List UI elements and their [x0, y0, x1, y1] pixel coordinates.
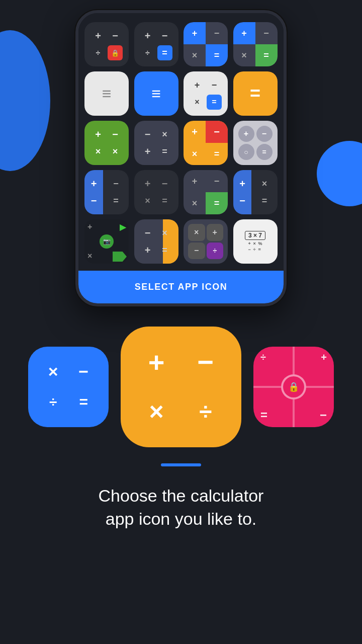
grid-icon-18[interactable]: − × + =	[134, 219, 178, 264]
grid-icon-10[interactable]: − × + =	[134, 121, 178, 165]
large-icon-orange[interactable]: + − × ÷	[121, 327, 241, 447]
page-indicator	[161, 463, 201, 466]
phone-screen: + − ÷ 🔒 + − ÷ =	[78, 13, 284, 268]
grid-icon-16[interactable]: + − × =	[233, 170, 278, 214]
select-btn-label: SELECT APP ICON	[135, 282, 228, 292]
phone-container: + − ÷ 🔒 + − ÷ =	[0, 0, 362, 306]
grid-icon-14[interactable]: + − × =	[134, 170, 178, 214]
grid-icon-17[interactable]: + ▶ × 📷	[84, 219, 129, 264]
select-app-icon-button[interactable]: SELECT APP ICON	[78, 271, 284, 303]
bottom-section: × − ÷ = + − × ÷ 🔒 ÷ +	[0, 306, 362, 546]
grid-icon-3[interactable]: + − × =	[184, 22, 228, 66]
grid-icon-5[interactable]: ≡	[84, 71, 129, 116]
grid-icon-11[interactable]: + − × =	[184, 121, 228, 165]
grid-icon-8[interactable]: =	[233, 71, 278, 116]
grid-icon-7[interactable]: + − × =	[184, 71, 228, 116]
grid-icon-2[interactable]: + − ÷ =	[134, 22, 178, 66]
grid-icon-13[interactable]: + − − =	[84, 170, 129, 214]
grid-icon-15[interactable]: + − × =	[184, 170, 228, 214]
icon-grid: + − ÷ 🔒 + − ÷ =	[84, 18, 278, 268]
grid-icon-1[interactable]: + − ÷ 🔒	[84, 22, 129, 66]
bottom-text: Choose the calculatorapp icon you like t…	[99, 485, 264, 531]
grid-icon-6[interactable]: ≡	[134, 71, 178, 116]
grid-icon-9[interactable]: + − × ×	[84, 121, 129, 165]
large-icon-blue[interactable]: × − ÷ =	[28, 347, 109, 427]
grid-icon-4[interactable]: + − × =	[233, 22, 278, 66]
grid-icon-12[interactable]: + − ○ =	[233, 121, 278, 165]
large-icons-row: × − ÷ = + − × ÷ 🔒 ÷ +	[20, 327, 342, 447]
phone-mockup: + − ÷ 🔒 + − ÷ =	[75, 10, 287, 306]
grid-icon-20[interactable]: 3 × 7 + × % − ÷ =	[233, 219, 278, 264]
large-icon-pink[interactable]: 🔒 ÷ + = −	[253, 347, 334, 427]
grid-icon-19[interactable]: × + − ÷	[184, 219, 228, 264]
